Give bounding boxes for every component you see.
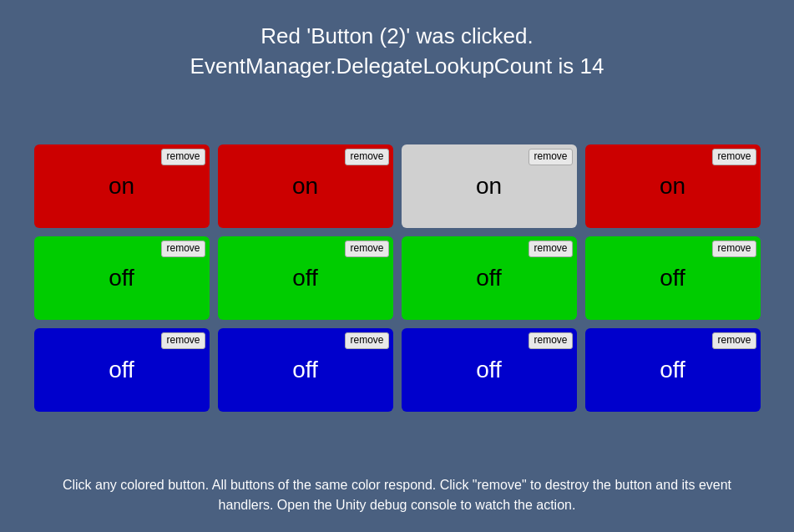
remove-button-r2[interactable]: remove — [345, 149, 388, 165]
button-b1[interactable]: removeoff — [34, 328, 210, 412]
remove-button-b3[interactable]: remove — [528, 332, 572, 349]
remove-button-g2[interactable]: remove — [345, 241, 388, 257]
button-b2[interactable]: removeoff — [218, 328, 393, 412]
button-label-g4: off — [660, 265, 685, 291]
button-r1[interactable]: removeon — [34, 144, 210, 228]
header-text: Red 'Button (2)' was clicked. EventManag… — [190, 21, 604, 82]
header-line2: EventManager.DelegateLookupCount is 14 — [190, 51, 604, 81]
button-label-b3: off — [476, 357, 502, 383]
remove-button-g1[interactable]: remove — [161, 241, 205, 257]
button-r4[interactable]: removeon — [585, 144, 761, 228]
button-label-b1: off — [109, 357, 134, 383]
remove-button-b4[interactable]: remove — [712, 332, 756, 349]
button-label-b4: off — [660, 357, 685, 383]
button-g3[interactable]: removeoff — [402, 236, 577, 320]
button-label-r1: on — [109, 173, 134, 200]
remove-button-g4[interactable]: remove — [712, 241, 756, 257]
button-g1[interactable]: removeoff — [34, 236, 210, 320]
button-b3[interactable]: removeoff — [402, 328, 577, 412]
remove-button-r3[interactable]: remove — [528, 149, 572, 165]
button-label-g2: off — [292, 265, 318, 291]
button-label-g1: off — [109, 265, 134, 291]
button-r3[interactable]: removeon — [402, 144, 577, 228]
remove-button-b2[interactable]: remove — [345, 332, 388, 349]
button-g2[interactable]: removeoff — [218, 236, 393, 320]
button-label-r2: on — [292, 173, 318, 200]
button-label-b2: off — [292, 357, 318, 383]
button-grid: removeonremoveonremoveonremoveonremoveof… — [34, 144, 761, 412]
footer-text: Click any colored button. All buttons of… — [38, 475, 756, 515]
header-line1: Red 'Button (2)' was clicked. — [190, 21, 604, 51]
remove-button-b1[interactable]: remove — [161, 332, 205, 349]
button-label-g3: off — [476, 265, 502, 291]
remove-button-g3[interactable]: remove — [528, 241, 572, 257]
remove-button-r1[interactable]: remove — [161, 149, 205, 165]
button-r2[interactable]: removeon — [218, 144, 393, 228]
button-g4[interactable]: removeoff — [585, 236, 761, 320]
remove-button-r4[interactable]: remove — [712, 149, 756, 165]
button-label-r4: on — [660, 173, 685, 200]
button-label-r3: on — [476, 173, 502, 200]
button-b4[interactable]: removeoff — [585, 328, 761, 412]
